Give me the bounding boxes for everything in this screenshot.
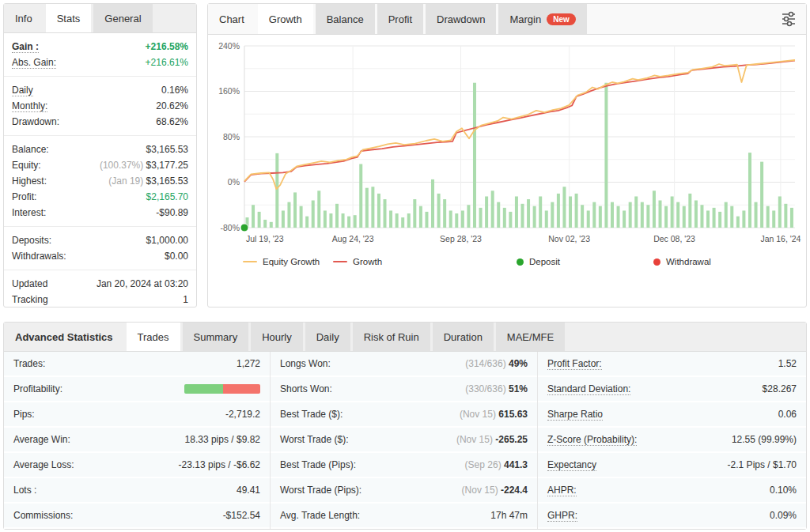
- table-row-average-loss: Average Loss:-23.13 pips / -$6.62: [4, 453, 270, 478]
- volume-bar: [401, 217, 404, 228]
- table-row-average-win: Average Win:18.33 pips / $9.82: [4, 428, 270, 453]
- tab-balance[interactable]: Balance: [316, 4, 375, 34]
- volume-bar: [335, 204, 339, 228]
- chart-settings-button[interactable]: [779, 4, 806, 34]
- volume-bar: [629, 202, 632, 228]
- stat-row-gain: Gain :+216.58%: [4, 39, 196, 55]
- table-value-text: 1.52: [778, 358, 797, 369]
- tab-profit[interactable]: Profit: [377, 4, 423, 34]
- tab-mae-mfe[interactable]: MAE/MFE: [496, 323, 565, 351]
- table-label-ghpr[interactable]: GHPR:: [547, 510, 577, 522]
- stat-value-context: (Jan 19): [108, 175, 146, 187]
- legend-line-swatch: [243, 261, 257, 262]
- volume-bar: [760, 162, 763, 228]
- volume-bar: [581, 205, 584, 228]
- stat-row-updated: UpdatedJan 20, 2024 at 03:20: [4, 276, 196, 292]
- volume-bar: [431, 179, 434, 228]
- table-label-sharpe-ratio[interactable]: Sharpe Ratio: [547, 409, 603, 421]
- stat-row-profit: Profit:$2,165.70: [4, 189, 196, 205]
- tab-chart[interactable]: Chart: [208, 4, 255, 34]
- tab-general-label: General: [104, 13, 141, 25]
- table-value-profitability: [184, 384, 260, 394]
- volume-bar: [551, 202, 554, 228]
- volume-bar: [521, 204, 524, 228]
- growth-chart[interactable]: 240%160%80%0%-80%Jul 19, '23Aug 24, '23S…: [208, 35, 806, 250]
- table-label-profit-factor[interactable]: Profit Factor:: [547, 358, 602, 370]
- tab-stats[interactable]: Stats: [46, 4, 92, 32]
- volume-bar: [270, 222, 273, 228]
- table-row-commissions: Commissions:-$152.54: [4, 504, 270, 529]
- tab-general[interactable]: General: [93, 4, 152, 32]
- profitability-bar-won: [184, 384, 223, 394]
- volume-bar: [449, 210, 452, 228]
- stat-value-updated: Jan 20, 2024 at 03:20: [97, 278, 188, 289]
- volume-bar: [748, 153, 751, 228]
- table-value-text: 49.41: [237, 485, 260, 496]
- volume-bar: [641, 202, 644, 228]
- tab-daily[interactable]: Daily: [305, 323, 350, 351]
- stats-panel: InfoStatsGeneral Gain :+216.58%Abs. Gain…: [3, 3, 197, 308]
- table-label-longs-won: Longs Won:: [280, 358, 331, 369]
- tab-info[interactable]: Info: [4, 4, 44, 32]
- table-label-expectancy[interactable]: Expectancy: [547, 459, 596, 471]
- x-axis-tick: Jan 16, '24: [760, 234, 801, 243]
- stat-value-text: 68.62%: [156, 116, 188, 127]
- tab-risk-of-ruin[interactable]: Risk of Ruin: [353, 323, 430, 351]
- table-value-ahpr: 0.10%: [770, 485, 797, 496]
- volume-bar: [713, 208, 716, 228]
- table-value-best-trade: (Nov 15) 615.63: [460, 409, 528, 420]
- volume-bar: [497, 202, 500, 228]
- table-label-ahpr[interactable]: AHPR:: [547, 485, 577, 496]
- table-label-avg-trade-length: Avg. Trade Length:: [280, 510, 360, 521]
- table-value-worst-trade-pips: (Nov 15) -224.4: [462, 485, 528, 496]
- table-row-ghpr: GHPR:0.09%: [538, 504, 806, 529]
- tab-growth[interactable]: Growth: [258, 4, 313, 34]
- table-label-z-score-probability[interactable]: Z-Score (Probability):: [547, 434, 637, 446]
- stat-value-text: 20.62%: [156, 100, 188, 111]
- table-value-standard-deviation: $28.267: [763, 383, 797, 394]
- stat-label-gain[interactable]: Gain :: [12, 41, 39, 53]
- tab-duration[interactable]: Duration: [433, 323, 494, 351]
- table-label-best-trade: Best Trade ($):: [280, 409, 343, 420]
- stat-value-text: $3,165.53: [146, 175, 188, 187]
- tab-trades-label: Trades: [138, 331, 169, 343]
- table-value-trades: 1,272: [237, 358, 260, 369]
- volume-bar: [634, 196, 638, 228]
- tab-drawdown[interactable]: Drawdown: [426, 4, 496, 34]
- stat-value-highest: (Jan 19) $3,165.53: [108, 175, 188, 187]
- volume-bar: [676, 202, 679, 228]
- table-value-context: (Nov 15): [460, 409, 498, 420]
- stat-value-text: -$90.89: [156, 207, 188, 218]
- tab-summary[interactable]: Summary: [183, 323, 249, 351]
- advanced-statistics-title: Advanced Statistics: [4, 323, 124, 351]
- tab-hourly[interactable]: Hourly: [251, 323, 303, 351]
- table-value-profit-factor: 1.52: [778, 358, 797, 369]
- volume-bar: [329, 213, 332, 228]
- volume-bar: [725, 202, 728, 228]
- stat-label-monthly[interactable]: Monthly:: [12, 100, 47, 112]
- stat-label-interest: Interest:: [12, 207, 46, 218]
- stat-value-daily: 0.16%: [161, 85, 188, 96]
- volume-bar: [491, 191, 494, 228]
- profitability-bar-lost: [223, 384, 260, 394]
- table-row-standard-deviation: Standard Deviation:$28.267: [538, 377, 806, 402]
- stat-value-balance: $3,165.53: [146, 144, 188, 155]
- volume-bar: [425, 212, 428, 228]
- legend-dot-swatch: [517, 258, 524, 266]
- stat-label-abs-gain[interactable]: Abs. Gain:: [12, 57, 56, 69]
- table-label-standard-deviation[interactable]: Standard Deviation:: [547, 383, 630, 395]
- tab-margin[interactable]: MarginNew: [498, 4, 586, 34]
- stat-label-daily[interactable]: Daily: [12, 85, 33, 96]
- tab-trades[interactable]: Trades: [127, 323, 180, 351]
- volume-bar: [772, 210, 775, 228]
- stat-value-equity: (100.37%) $3,177.25: [100, 160, 188, 171]
- y-axis-tick: 240%: [218, 41, 240, 51]
- table-value-text: 18.33 pips / $9.82: [185, 434, 260, 445]
- volume-bar: [485, 196, 488, 228]
- volume-bar: [293, 192, 297, 228]
- table-value-commissions: -$152.54: [223, 510, 260, 521]
- tab-mae-mfe-label: MAE/MFE: [507, 331, 554, 343]
- volume-bar: [384, 199, 387, 228]
- volume-bar: [275, 153, 278, 228]
- stat-row-withdrawals: Withdrawals:$0.00: [4, 248, 196, 264]
